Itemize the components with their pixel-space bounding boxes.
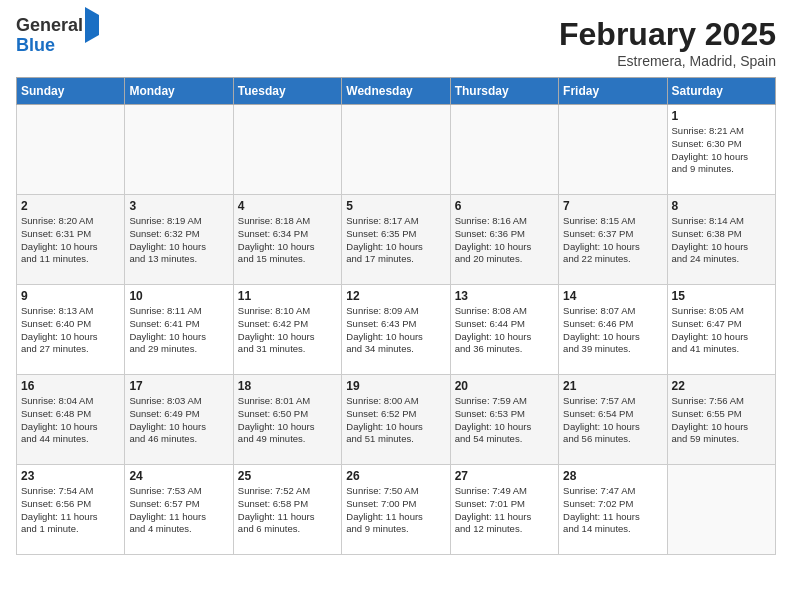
calendar-week-4: 16Sunrise: 8:04 AM Sunset: 6:48 PM Dayli…: [17, 375, 776, 465]
calendar-cell: 5Sunrise: 8:17 AM Sunset: 6:35 PM Daylig…: [342, 195, 450, 285]
day-number: 17: [129, 379, 228, 393]
title-block: February 2025 Estremera, Madrid, Spain: [559, 16, 776, 69]
cell-info: Sunrise: 7:57 AM Sunset: 6:54 PM Dayligh…: [563, 395, 662, 446]
day-number: 28: [563, 469, 662, 483]
calendar-cell: 8Sunrise: 8:14 AM Sunset: 6:38 PM Daylig…: [667, 195, 775, 285]
calendar-cell: 7Sunrise: 8:15 AM Sunset: 6:37 PM Daylig…: [559, 195, 667, 285]
calendar-cell: 19Sunrise: 8:00 AM Sunset: 6:52 PM Dayli…: [342, 375, 450, 465]
page-header: General Blue February 2025 Estremera, Ma…: [16, 16, 776, 69]
calendar-week-5: 23Sunrise: 7:54 AM Sunset: 6:56 PM Dayli…: [17, 465, 776, 555]
calendar-cell: 26Sunrise: 7:50 AM Sunset: 7:00 PM Dayli…: [342, 465, 450, 555]
cell-info: Sunrise: 8:20 AM Sunset: 6:31 PM Dayligh…: [21, 215, 120, 266]
calendar-cell: [667, 465, 775, 555]
calendar-cell: [450, 105, 558, 195]
weekday-header-sunday: Sunday: [17, 78, 125, 105]
weekday-header-saturday: Saturday: [667, 78, 775, 105]
calendar-cell: 23Sunrise: 7:54 AM Sunset: 6:56 PM Dayli…: [17, 465, 125, 555]
calendar-cell: 22Sunrise: 7:56 AM Sunset: 6:55 PM Dayli…: [667, 375, 775, 465]
day-number: 9: [21, 289, 120, 303]
calendar-week-3: 9Sunrise: 8:13 AM Sunset: 6:40 PM Daylig…: [17, 285, 776, 375]
calendar-cell: 28Sunrise: 7:47 AM Sunset: 7:02 PM Dayli…: [559, 465, 667, 555]
calendar-cell: 14Sunrise: 8:07 AM Sunset: 6:46 PM Dayli…: [559, 285, 667, 375]
cell-info: Sunrise: 7:49 AM Sunset: 7:01 PM Dayligh…: [455, 485, 554, 536]
cell-info: Sunrise: 8:18 AM Sunset: 6:34 PM Dayligh…: [238, 215, 337, 266]
day-number: 19: [346, 379, 445, 393]
calendar-cell: [125, 105, 233, 195]
calendar-cell: 21Sunrise: 7:57 AM Sunset: 6:54 PM Dayli…: [559, 375, 667, 465]
logo-arrow-icon: [85, 7, 99, 43]
day-number: 16: [21, 379, 120, 393]
calendar-cell: [342, 105, 450, 195]
page-subtitle: Estremera, Madrid, Spain: [559, 53, 776, 69]
cell-info: Sunrise: 7:53 AM Sunset: 6:57 PM Dayligh…: [129, 485, 228, 536]
calendar-week-1: 1Sunrise: 8:21 AM Sunset: 6:30 PM Daylig…: [17, 105, 776, 195]
weekday-header-tuesday: Tuesday: [233, 78, 341, 105]
calendar-cell: 3Sunrise: 8:19 AM Sunset: 6:32 PM Daylig…: [125, 195, 233, 285]
day-number: 21: [563, 379, 662, 393]
calendar-cell: [233, 105, 341, 195]
cell-info: Sunrise: 8:03 AM Sunset: 6:49 PM Dayligh…: [129, 395, 228, 446]
day-number: 23: [21, 469, 120, 483]
cell-info: Sunrise: 7:47 AM Sunset: 7:02 PM Dayligh…: [563, 485, 662, 536]
logo: General Blue: [16, 16, 99, 56]
day-number: 7: [563, 199, 662, 213]
calendar-cell: 16Sunrise: 8:04 AM Sunset: 6:48 PM Dayli…: [17, 375, 125, 465]
calendar-cell: 15Sunrise: 8:05 AM Sunset: 6:47 PM Dayli…: [667, 285, 775, 375]
logo-blue: Blue: [16, 35, 55, 55]
calendar-cell: 25Sunrise: 7:52 AM Sunset: 6:58 PM Dayli…: [233, 465, 341, 555]
calendar-cell: 24Sunrise: 7:53 AM Sunset: 6:57 PM Dayli…: [125, 465, 233, 555]
weekday-header-wednesday: Wednesday: [342, 78, 450, 105]
calendar-cell: [559, 105, 667, 195]
cell-info: Sunrise: 8:17 AM Sunset: 6:35 PM Dayligh…: [346, 215, 445, 266]
day-number: 18: [238, 379, 337, 393]
calendar-cell: [17, 105, 125, 195]
day-number: 15: [672, 289, 771, 303]
calendar-cell: 9Sunrise: 8:13 AM Sunset: 6:40 PM Daylig…: [17, 285, 125, 375]
cell-info: Sunrise: 8:01 AM Sunset: 6:50 PM Dayligh…: [238, 395, 337, 446]
calendar-table: SundayMondayTuesdayWednesdayThursdayFrid…: [16, 77, 776, 555]
day-number: 25: [238, 469, 337, 483]
day-number: 14: [563, 289, 662, 303]
cell-info: Sunrise: 8:14 AM Sunset: 6:38 PM Dayligh…: [672, 215, 771, 266]
cell-info: Sunrise: 8:19 AM Sunset: 6:32 PM Dayligh…: [129, 215, 228, 266]
calendar-cell: 20Sunrise: 7:59 AM Sunset: 6:53 PM Dayli…: [450, 375, 558, 465]
cell-info: Sunrise: 7:54 AM Sunset: 6:56 PM Dayligh…: [21, 485, 120, 536]
cell-info: Sunrise: 8:15 AM Sunset: 6:37 PM Dayligh…: [563, 215, 662, 266]
calendar-header-row: SundayMondayTuesdayWednesdayThursdayFrid…: [17, 78, 776, 105]
weekday-header-monday: Monday: [125, 78, 233, 105]
day-number: 5: [346, 199, 445, 213]
day-number: 27: [455, 469, 554, 483]
calendar-cell: 6Sunrise: 8:16 AM Sunset: 6:36 PM Daylig…: [450, 195, 558, 285]
day-number: 22: [672, 379, 771, 393]
day-number: 10: [129, 289, 228, 303]
day-number: 26: [346, 469, 445, 483]
cell-info: Sunrise: 7:52 AM Sunset: 6:58 PM Dayligh…: [238, 485, 337, 536]
cell-info: Sunrise: 8:08 AM Sunset: 6:44 PM Dayligh…: [455, 305, 554, 356]
cell-info: Sunrise: 8:10 AM Sunset: 6:42 PM Dayligh…: [238, 305, 337, 356]
cell-info: Sunrise: 8:05 AM Sunset: 6:47 PM Dayligh…: [672, 305, 771, 356]
cell-info: Sunrise: 8:11 AM Sunset: 6:41 PM Dayligh…: [129, 305, 228, 356]
day-number: 13: [455, 289, 554, 303]
cell-info: Sunrise: 8:04 AM Sunset: 6:48 PM Dayligh…: [21, 395, 120, 446]
calendar-cell: 4Sunrise: 8:18 AM Sunset: 6:34 PM Daylig…: [233, 195, 341, 285]
logo-general: General: [16, 15, 83, 35]
logo-text: General Blue: [16, 16, 99, 56]
day-number: 3: [129, 199, 228, 213]
calendar-week-2: 2Sunrise: 8:20 AM Sunset: 6:31 PM Daylig…: [17, 195, 776, 285]
day-number: 1: [672, 109, 771, 123]
weekday-header-thursday: Thursday: [450, 78, 558, 105]
cell-info: Sunrise: 8:16 AM Sunset: 6:36 PM Dayligh…: [455, 215, 554, 266]
calendar-cell: 18Sunrise: 8:01 AM Sunset: 6:50 PM Dayli…: [233, 375, 341, 465]
calendar-cell: 13Sunrise: 8:08 AM Sunset: 6:44 PM Dayli…: [450, 285, 558, 375]
day-number: 11: [238, 289, 337, 303]
day-number: 4: [238, 199, 337, 213]
cell-info: Sunrise: 8:13 AM Sunset: 6:40 PM Dayligh…: [21, 305, 120, 356]
day-number: 20: [455, 379, 554, 393]
day-number: 6: [455, 199, 554, 213]
calendar-cell: 17Sunrise: 8:03 AM Sunset: 6:49 PM Dayli…: [125, 375, 233, 465]
day-number: 12: [346, 289, 445, 303]
day-number: 8: [672, 199, 771, 213]
cell-info: Sunrise: 8:00 AM Sunset: 6:52 PM Dayligh…: [346, 395, 445, 446]
cell-info: Sunrise: 7:56 AM Sunset: 6:55 PM Dayligh…: [672, 395, 771, 446]
cell-info: Sunrise: 8:07 AM Sunset: 6:46 PM Dayligh…: [563, 305, 662, 356]
